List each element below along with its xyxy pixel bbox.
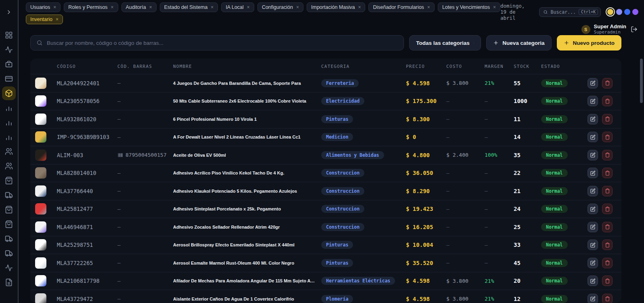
product-stock: 45 <box>514 260 541 266</box>
sidebar-item-users-1[interactable] <box>2 145 16 158</box>
product-margin: 100% <box>485 152 514 158</box>
delete-button[interactable] <box>602 168 613 178</box>
delete-button[interactable] <box>602 186 613 196</box>
sidebar-item-activity-2[interactable] <box>2 261 16 275</box>
close-icon[interactable]: × <box>493 4 496 10</box>
delete-button[interactable] <box>602 204 613 214</box>
tab-usuarios[interactable]: Usuarios× <box>26 2 61 12</box>
chevron-right-icon <box>6 9 12 15</box>
activity-icon <box>5 264 13 272</box>
edit-button[interactable] <box>588 240 598 250</box>
product-code: MLA828014010 <box>57 170 117 176</box>
product-search-input[interactable]: Buscar por nombre, código o código de ba… <box>30 35 404 50</box>
product-barcode: — <box>117 170 173 176</box>
product-barcode: 8795004500157 <box>117 152 173 158</box>
edit-button[interactable] <box>588 96 598 106</box>
global-search[interactable]: Buscar... Ctrl+K <box>539 7 601 17</box>
delete-button[interactable] <box>602 276 613 286</box>
trash-icon <box>605 224 610 229</box>
edit-button[interactable] <box>588 204 598 214</box>
sidebar-item-shopping-bag-1[interactable] <box>2 174 16 187</box>
tab-roles-y-permisos[interactable]: Roles y Permisos× <box>64 2 118 12</box>
product-price: $ 8.290 <box>406 188 446 194</box>
delete-button[interactable] <box>602 150 613 160</box>
close-icon[interactable]: × <box>149 4 152 10</box>
status-badge: Normal <box>541 79 568 87</box>
product-barcode: — <box>117 206 173 212</box>
product-stock: 14 <box>514 134 541 140</box>
edit-button[interactable] <box>588 150 598 160</box>
sidebar-expand-button[interactable] <box>0 0 18 24</box>
scrollbar[interactable] <box>640 59 643 103</box>
tab-importacion-masiva[interactable]: Importación Masiva× <box>307 2 365 12</box>
tab-configuracion[interactable]: Configuración× <box>257 2 303 12</box>
product-stock: 24 <box>514 206 541 212</box>
tab-estado-del-sistema[interactable]: Estado del Sistema× <box>160 2 218 12</box>
category-filter-dropdown[interactable]: Todas las categorias <box>409 35 481 50</box>
product-barcode: — <box>117 188 173 194</box>
sidebar-item-briefcase-medical[interactable] <box>2 57 16 71</box>
tab-lotes-y-vencimientos[interactable]: Lotes y Vencimientos× <box>438 2 500 12</box>
delete-button[interactable] <box>602 294 613 303</box>
sidebar-item-shopping-bag-2[interactable] <box>2 203 16 217</box>
product-code: MLA2106817798 <box>57 278 117 284</box>
edit-button[interactable] <box>588 132 598 142</box>
edit-button[interactable] <box>588 186 598 196</box>
sidebar-item-truck-3[interactable] <box>2 246 16 260</box>
tab-label: Estado del Sistema <box>164 4 208 10</box>
new-category-button[interactable]: Nueva categoria <box>486 35 551 50</box>
delete-button[interactable] <box>602 96 613 106</box>
sidebar-item-truck-2[interactable] <box>2 232 16 246</box>
sidebar-item-users-2[interactable] <box>2 159 16 173</box>
sidebar-item-credit-card[interactable] <box>2 72 16 86</box>
edit-button[interactable] <box>588 294 598 303</box>
close-icon[interactable]: × <box>56 17 59 22</box>
sidebar-item-bar-chart-2[interactable] <box>2 116 16 129</box>
tab-disenador-formularios[interactable]: Diseñador Formularios× <box>368 2 434 12</box>
tab-auditoria[interactable]: Auditoría× <box>121 2 157 12</box>
tab-inventario[interactable]: Inventario× <box>26 15 63 24</box>
close-icon[interactable]: × <box>358 4 361 10</box>
delete-button[interactable] <box>602 258 613 268</box>
edit-button[interactable] <box>588 222 598 232</box>
sidebar-item-file-document[interactable] <box>2 276 16 289</box>
column-header-precio: PRECIO <box>406 64 446 69</box>
close-icon[interactable]: × <box>296 4 299 10</box>
sidebar-item-package-inventory[interactable] <box>2 86 16 100</box>
delete-button[interactable] <box>602 114 613 124</box>
product-cost: – <box>446 170 485 176</box>
new-product-button[interactable]: Nuevo producto <box>557 35 622 50</box>
edit-button[interactable] <box>588 168 598 178</box>
plus-icon <box>564 40 569 46</box>
close-icon[interactable]: × <box>211 4 213 10</box>
tab-ia-local[interactable]: IA Local× <box>221 2 254 12</box>
delete-button[interactable] <box>602 132 613 142</box>
edit-button[interactable] <box>588 276 598 286</box>
close-icon[interactable]: × <box>427 4 430 10</box>
theme-dot-3[interactable] <box>624 9 630 15</box>
sidebar-item-truck-1[interactable] <box>2 188 16 202</box>
sidebar-item-activity[interactable] <box>2 43 16 57</box>
edit-button[interactable] <box>588 114 598 124</box>
edit-button[interactable] <box>588 78 598 88</box>
category-badge: Construccion <box>321 223 364 231</box>
edit-button[interactable] <box>588 258 598 268</box>
product-cost: – <box>446 242 485 248</box>
close-icon[interactable]: × <box>111 4 114 10</box>
theme-dot-4[interactable] <box>632 9 638 15</box>
close-icon[interactable]: × <box>53 4 56 10</box>
delete-button[interactable] <box>602 240 613 250</box>
theme-dot-1[interactable] <box>607 9 613 15</box>
package-icon <box>5 89 13 97</box>
sidebar-item-bar-chart-3[interactable] <box>2 130 16 144</box>
delete-button[interactable] <box>602 78 613 88</box>
close-icon[interactable]: × <box>247 4 250 10</box>
product-margin: – <box>485 242 514 248</box>
product-name: Adhesivo Acrílico Piso Vinílico Kekol Ta… <box>173 170 321 175</box>
sidebar-item-shopping-bag-3[interactable] <box>2 217 16 231</box>
delete-button[interactable] <box>602 222 613 232</box>
logout-button[interactable] <box>630 26 638 33</box>
theme-dot-2[interactable] <box>616 9 622 15</box>
sidebar-item-bar-chart-1[interactable] <box>2 101 16 115</box>
sidebar-item-grid[interactable] <box>2 28 16 42</box>
